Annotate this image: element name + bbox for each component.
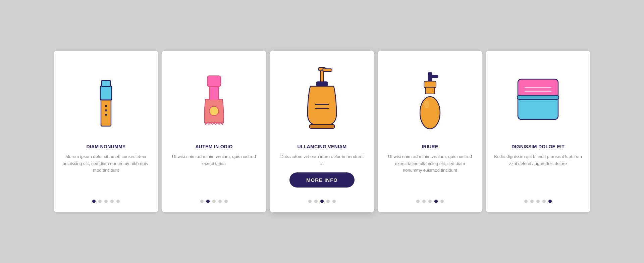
- dot-4-3: [434, 200, 438, 203]
- svg-rect-13: [316, 82, 328, 86]
- card-3: ULLAMCING VENIAM Duis autem vel eum iriu…: [270, 51, 374, 213]
- dot-5-4: [548, 200, 552, 203]
- dot-4-1: [422, 200, 426, 203]
- dot-1-4: [116, 200, 120, 203]
- dot-2-4: [224, 200, 228, 203]
- svg-point-5: [105, 114, 107, 116]
- card-2: AUTEM IN ODIO Ut wisi enim ad minim veni…: [162, 51, 266, 213]
- svg-rect-18: [431, 75, 438, 78]
- card-1-dots: [92, 200, 120, 203]
- svg-rect-23: [518, 79, 558, 98]
- more-info-button[interactable]: MORE INFO: [289, 172, 355, 188]
- dot-1-3: [110, 200, 114, 203]
- card-5: DIGNISSIM DOLOE EIT Kodio dignissim qui …: [486, 51, 590, 213]
- card-4-text: Ut wisi enim ad minim veniam, quis nostr…: [386, 153, 474, 194]
- dot-4-4: [440, 200, 444, 203]
- card-2-text: Ut wisi enim ad minim veniam, quis nostr…: [170, 153, 258, 194]
- svg-rect-0: [101, 99, 111, 126]
- svg-rect-20: [425, 87, 435, 94]
- card-2-dots: [200, 200, 228, 203]
- svg-rect-6: [100, 99, 112, 101]
- card-4-icon-area: [413, 61, 447, 138]
- card-1-text: Morem ipsum dolor sit amet, consectetuer…: [62, 153, 150, 194]
- dot-3-0: [308, 200, 312, 203]
- nail-polish-icon: [197, 66, 231, 133]
- svg-point-9: [209, 106, 219, 116]
- svg-point-22: [424, 100, 429, 108]
- dot-4-0: [416, 200, 420, 203]
- card-3-dots: [308, 200, 336, 203]
- card-3-title: ULLAMCING VENIAM: [297, 144, 346, 149]
- perfume-icon: [413, 66, 447, 133]
- svg-point-21: [420, 97, 440, 129]
- cards-container: DIAM NONUMMY Morem ipsum dolor sit amet,…: [0, 37, 644, 226]
- dot-1-0: [92, 200, 96, 203]
- svg-rect-7: [209, 86, 219, 100]
- dot-5-3: [542, 200, 546, 203]
- svg-rect-27: [517, 95, 559, 99]
- card-2-icon-area: [197, 61, 231, 138]
- card-3-icon-area: [300, 61, 344, 138]
- pump-bottle-icon: [300, 64, 344, 135]
- lipstick-icon: [91, 66, 121, 133]
- svg-point-4: [105, 109, 107, 111]
- card-2-title: AUTEM IN ODIO: [195, 144, 232, 149]
- dot-2-1: [206, 200, 210, 203]
- card-3-text: Duis autem vel eum iriure dolor in hendr…: [278, 153, 366, 167]
- svg-point-3: [105, 105, 107, 107]
- svg-rect-26: [518, 97, 558, 119]
- dot-3-4: [332, 200, 336, 203]
- card-4-dots: [416, 200, 444, 203]
- dot-1-1: [98, 200, 102, 203]
- svg-rect-2: [102, 81, 110, 87]
- dot-2-2: [212, 200, 216, 203]
- card-4-title: IRIURE: [422, 144, 438, 149]
- dot-2-0: [200, 200, 204, 203]
- dot-2-3: [218, 200, 222, 203]
- dot-5-0: [524, 200, 528, 203]
- dot-4-2: [428, 200, 432, 203]
- svg-rect-8: [207, 76, 221, 87]
- dot-5-1: [530, 200, 534, 203]
- dot-3-2: [320, 200, 324, 203]
- cream-jar-icon: [515, 72, 561, 126]
- card-5-dots: [524, 200, 552, 203]
- card-4: IRIURE Ut wisi enim ad minim veniam, qui…: [378, 51, 482, 213]
- dot-3-1: [314, 200, 318, 203]
- card-1-icon-area: [91, 61, 121, 138]
- card-5-title: DIGNISSIM DOLOE EIT: [512, 144, 565, 149]
- card-5-icon-area: [515, 61, 561, 138]
- svg-rect-16: [310, 124, 334, 128]
- dot-3-3: [326, 200, 330, 203]
- svg-rect-1: [100, 86, 112, 100]
- dot-5-2: [536, 200, 540, 203]
- card-1-title: DIAM NONUMMY: [86, 144, 125, 149]
- card-5-text: Kodio dignissim qui blandit praesent lup…: [494, 153, 582, 194]
- svg-rect-12: [320, 71, 324, 83]
- card-1: DIAM NONUMMY Morem ipsum dolor sit amet,…: [54, 51, 158, 213]
- dot-1-2: [104, 200, 108, 203]
